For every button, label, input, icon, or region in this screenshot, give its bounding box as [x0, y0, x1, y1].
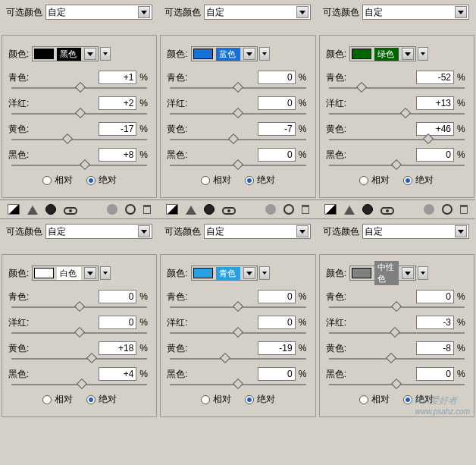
expand-icon[interactable]: [344, 206, 355, 215]
preset-dropdown[interactable]: 自定: [204, 5, 311, 20]
black-input[interactable]: [258, 148, 296, 162]
chevron-down-icon[interactable]: [259, 266, 270, 280]
yellow-input[interactable]: [258, 341, 296, 355]
mask-icon[interactable]: [204, 204, 215, 215]
magenta-slider[interactable]: [329, 113, 465, 115]
eye-icon[interactable]: [64, 207, 77, 215]
black-input[interactable]: [99, 148, 136, 162]
black-slider[interactable]: [11, 384, 147, 385]
chevron-down-icon[interactable]: [418, 266, 428, 280]
magenta-input[interactable]: [258, 96, 296, 110]
preset-dropdown[interactable]: 自定: [45, 224, 152, 239]
reset-icon[interactable]: [125, 204, 136, 215]
relative-radio[interactable]: 相对: [359, 174, 390, 187]
color-dropdown[interactable]: 绿色: [349, 46, 416, 61]
black-slider[interactable]: [11, 165, 147, 166]
yellow-slider[interactable]: [329, 139, 465, 140]
color-dropdown[interactable]: 蓝色: [191, 46, 258, 61]
relative-radio[interactable]: 相对: [42, 174, 73, 187]
cyan-slider[interactable]: [329, 306, 465, 308]
yellow-input[interactable]: [416, 122, 454, 136]
preset-dropdown[interactable]: 自定: [204, 224, 311, 239]
preset-cell: 可选颜色 自定: [0, 0, 158, 33]
yellow-slider[interactable]: [11, 358, 147, 360]
chevron-down-icon[interactable]: [418, 47, 428, 61]
relative-radio[interactable]: 相对: [42, 393, 73, 406]
trash-icon[interactable]: [143, 205, 151, 214]
relative-radio[interactable]: 相对: [201, 393, 231, 406]
yellow-slider[interactable]: [329, 358, 465, 360]
chevron-down-icon[interactable]: [259, 47, 270, 61]
magenta-input[interactable]: [99, 96, 136, 110]
magenta-input[interactable]: [258, 316, 296, 329]
cyan-input[interactable]: [258, 290, 296, 303]
cyan-input[interactable]: [258, 71, 296, 84]
prev-icon[interactable]: [424, 204, 434, 215]
yellow-input[interactable]: [258, 122, 296, 136]
color-dropdown[interactable]: 中性色: [349, 265, 416, 281]
yellow-input[interactable]: [416, 341, 454, 355]
swatch-icon[interactable]: [8, 204, 20, 215]
cyan-input[interactable]: [416, 290, 454, 303]
absolute-radio[interactable]: 绝对: [403, 174, 434, 187]
cyan-slider[interactable]: [170, 306, 305, 308]
mask-icon[interactable]: [362, 204, 373, 215]
eye-icon[interactable]: [222, 207, 236, 215]
reset-icon[interactable]: [283, 204, 294, 215]
yellow-slider[interactable]: [11, 139, 147, 140]
black-input[interactable]: [99, 367, 136, 381]
cyan-input[interactable]: [99, 290, 136, 303]
cyan-slider[interactable]: [329, 87, 465, 89]
magenta-slider[interactable]: [11, 332, 147, 334]
yellow-input[interactable]: [99, 341, 136, 355]
magenta-input[interactable]: [99, 316, 136, 329]
preset-dropdown[interactable]: 自定: [362, 224, 469, 239]
cyan-input[interactable]: [416, 71, 454, 84]
black-slider[interactable]: [170, 384, 305, 385]
absolute-radio[interactable]: 绝对: [86, 393, 117, 406]
mask-icon[interactable]: [45, 204, 56, 215]
absolute-radio[interactable]: 绝对: [86, 174, 117, 187]
prev-icon[interactable]: [107, 204, 117, 215]
black-input[interactable]: [416, 148, 454, 162]
prev-icon[interactable]: [265, 204, 276, 215]
yellow-slider[interactable]: [170, 139, 305, 140]
magenta-slider[interactable]: [11, 113, 147, 115]
cyan-slider[interactable]: [11, 306, 147, 308]
magenta-input[interactable]: [416, 96, 454, 110]
color-dropdown[interactable]: 白色: [32, 265, 99, 281]
preset-dropdown[interactable]: 自定: [45, 5, 152, 20]
cyan-input[interactable]: [99, 71, 136, 84]
expand-icon[interactable]: [186, 206, 196, 215]
chevron-down-icon[interactable]: [100, 266, 111, 280]
absolute-radio[interactable]: 绝对: [245, 393, 275, 406]
black-slider[interactable]: [329, 165, 465, 166]
preset-dropdown[interactable]: 自定: [362, 5, 469, 20]
black-slider[interactable]: [170, 165, 305, 166]
magenta-input[interactable]: [416, 316, 454, 329]
chevron-down-icon[interactable]: [100, 47, 111, 61]
relative-radio[interactable]: 相对: [359, 393, 390, 406]
reset-icon[interactable]: [442, 204, 453, 215]
expand-icon[interactable]: [27, 206, 38, 215]
trash-icon[interactable]: [302, 205, 309, 214]
magenta-slider[interactable]: [170, 332, 305, 334]
absolute-radio[interactable]: 绝对: [245, 174, 275, 187]
color-dropdown[interactable]: 青色: [191, 265, 258, 281]
absolute-radio[interactable]: 绝对: [403, 393, 434, 406]
magenta-slider[interactable]: [329, 332, 465, 334]
black-input[interactable]: [416, 367, 454, 381]
cyan-slider[interactable]: [170, 87, 305, 89]
magenta-slider[interactable]: [170, 113, 305, 115]
color-dropdown[interactable]: 黑色: [32, 46, 99, 61]
cyan-slider[interactable]: [11, 87, 147, 89]
relative-radio[interactable]: 相对: [201, 174, 231, 187]
swatch-icon[interactable]: [166, 204, 178, 215]
yellow-input[interactable]: [99, 122, 136, 136]
swatch-icon[interactable]: [324, 204, 337, 215]
black-input[interactable]: [258, 367, 296, 381]
yellow-slider[interactable]: [170, 358, 305, 360]
black-slider[interactable]: [329, 384, 465, 385]
trash-icon[interactable]: [460, 205, 468, 214]
eye-icon[interactable]: [380, 207, 394, 215]
